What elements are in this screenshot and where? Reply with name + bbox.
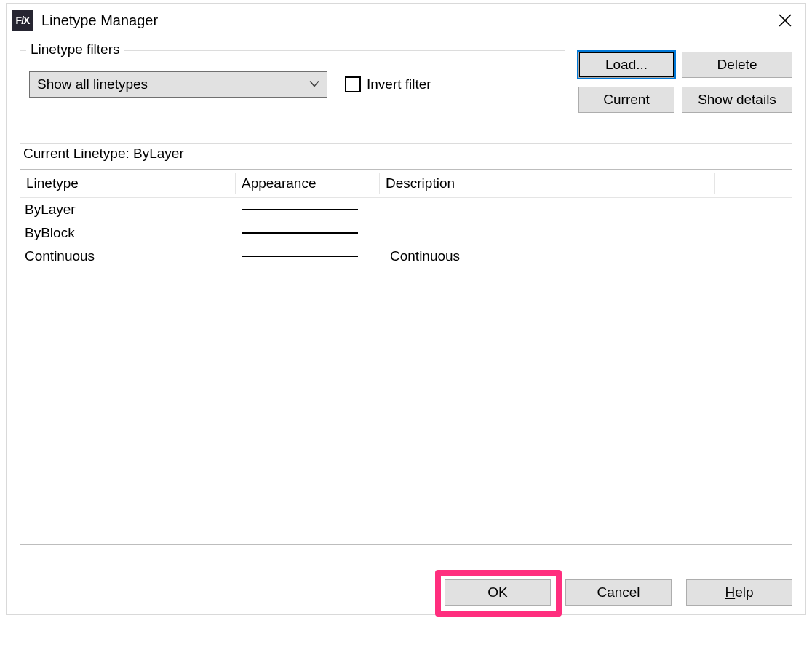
combo-value: Show all linetypes xyxy=(37,76,309,92)
load-button[interactable]: Load... xyxy=(578,52,674,78)
linetype-preview-line xyxy=(242,256,358,257)
app-fx-icon: F/X xyxy=(12,10,33,31)
invert-filter-label: Invert filter xyxy=(367,76,431,92)
linetype-filter-combo[interactable]: Show all linetypes xyxy=(29,71,327,98)
dialog-title: Linetype Manager xyxy=(41,12,158,29)
linetype-preview-line xyxy=(242,209,358,210)
dialog-footer-buttons: OK Cancel Help xyxy=(445,579,792,606)
help-button[interactable]: Help xyxy=(686,579,792,606)
table-row[interactable]: ByBlock xyxy=(20,221,792,245)
table-row[interactable]: ContinuousContinuous xyxy=(20,245,792,268)
linetype-filters-group: Linetype filters Show all linetypes Inve… xyxy=(20,50,565,130)
linetype-manager-dialog: F/X Linetype Manager Linetype filters Sh… xyxy=(6,3,806,615)
col-header-blank xyxy=(715,181,792,186)
chevron-down-icon xyxy=(309,77,319,92)
cell-appearance xyxy=(240,256,384,257)
delete-button[interactable]: Delete xyxy=(682,52,792,78)
col-header-linetype[interactable]: Linetype xyxy=(20,173,236,194)
cancel-button[interactable]: Cancel xyxy=(565,579,672,606)
cell-description: Continuous xyxy=(384,248,792,264)
col-header-description[interactable]: Description xyxy=(380,173,715,194)
close-icon xyxy=(779,14,792,27)
titlebar: F/X Linetype Manager xyxy=(7,4,805,37)
close-button[interactable] xyxy=(769,6,801,35)
cell-linetype-name: ByLayer xyxy=(20,202,240,218)
table-body: ByLayerByBlockContinuousContinuous xyxy=(20,198,792,544)
current-linetype-status: Current Linetype: ByLayer xyxy=(20,143,792,165)
cell-linetype-name: Continuous xyxy=(20,248,240,264)
cell-appearance xyxy=(240,232,384,234)
col-header-appearance[interactable]: Appearance xyxy=(236,173,380,194)
current-button[interactable]: Current xyxy=(578,87,674,113)
linetype-preview-line xyxy=(242,232,358,234)
cell-linetype-name: ByBlock xyxy=(20,225,240,241)
linetype-table: Linetype Appearance Description ByLayerB… xyxy=(20,169,792,545)
checkbox-box xyxy=(345,76,361,92)
table-header: Linetype Appearance Description xyxy=(20,170,792,198)
cell-appearance xyxy=(240,209,384,210)
show-details-button[interactable]: Show details xyxy=(682,87,792,113)
filters-legend: Linetype filters xyxy=(26,41,124,58)
table-row[interactable]: ByLayer xyxy=(20,198,792,221)
invert-filter-checkbox[interactable]: Invert filter xyxy=(345,76,431,92)
ok-button[interactable]: OK xyxy=(445,579,551,606)
